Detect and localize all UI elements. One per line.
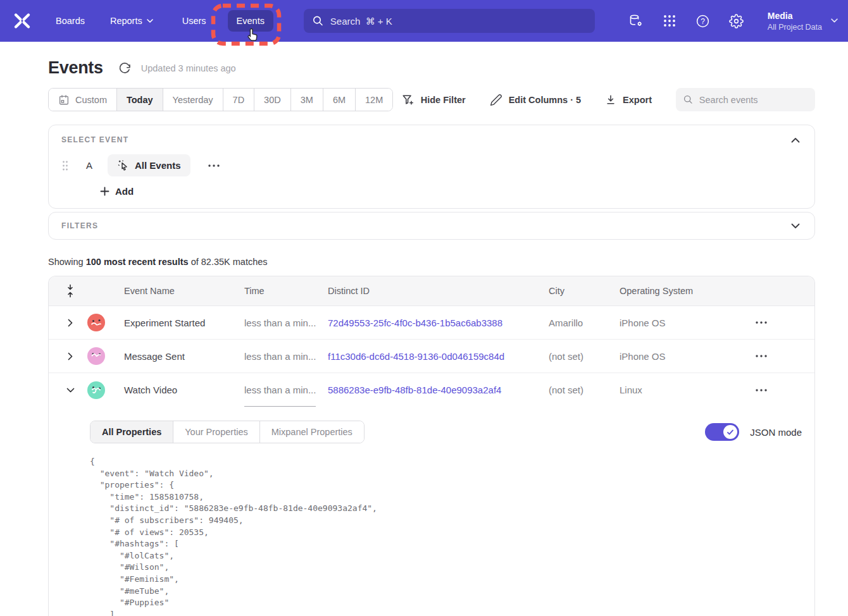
data-management-icon[interactable]	[628, 13, 644, 28]
event-more-button[interactable]	[208, 164, 220, 168]
cell-event-name: Message Sent	[124, 351, 244, 362]
chevron-right-icon	[68, 319, 73, 327]
settings-gear-icon[interactable]	[729, 13, 744, 28]
event-selector-button[interactable]: All Events	[108, 154, 190, 176]
table-row[interactable]: Watch Video less than a min... 5886283e-…	[49, 373, 814, 407]
date-option-label: 12M	[365, 95, 383, 105]
event-avatar-icon	[87, 381, 105, 399]
date-option-label: 6M	[333, 95, 346, 105]
collapse-panel-button[interactable]	[789, 133, 802, 146]
tab-your-properties[interactable]: Your Properties	[173, 421, 259, 443]
calendar-icon	[58, 94, 70, 106]
results-suffix: of 82.35K matches	[191, 257, 268, 267]
cell-city: (not set)	[549, 385, 620, 395]
date-option-yesterday[interactable]: Yesterday	[163, 89, 223, 111]
date-option-today[interactable]: Today	[116, 89, 163, 111]
cell-time: less than a min...	[244, 385, 328, 395]
export-button[interactable]: Export	[605, 94, 652, 106]
cell-os: Linux	[620, 385, 755, 395]
date-option-7d[interactable]: 7D	[223, 89, 254, 111]
cell-os: iPhone OS	[620, 351, 755, 362]
row-more-button[interactable]	[755, 321, 814, 324]
refresh-button[interactable]	[118, 61, 132, 75]
events-search-input[interactable]	[699, 95, 807, 105]
row-more-button[interactable]	[755, 354, 814, 358]
date-option-label: Custom	[75, 95, 107, 105]
date-option-30d[interactable]: 30D	[254, 89, 290, 111]
events-table: Event Name Time Distinct ID City Operati…	[48, 276, 815, 616]
drag-handle-icon[interactable]	[61, 160, 69, 171]
nav-item-reports[interactable]: Reports	[110, 16, 153, 26]
global-search[interactable]	[304, 9, 595, 33]
results-prefix: Showing	[48, 257, 84, 267]
table-row[interactable]: Experiment Started less than a min... 72…	[49, 306, 814, 340]
tab-label: Mixpanel Properties	[271, 427, 352, 437]
nav-item-boards[interactable]: Boards	[56, 16, 85, 26]
add-event-button[interactable]: Add	[100, 186, 134, 197]
page-header: Events Updated 3 minutes ago	[48, 58, 815, 78]
json-mode-label: JSON mode	[750, 427, 802, 438]
events-search[interactable]	[676, 88, 815, 111]
date-option-label: 3M	[301, 95, 313, 105]
cell-distinct-id-link[interactable]: f11c30d6-dc6d-4518-9136-0d046159c84d	[328, 351, 549, 362]
nav-item-users[interactable]: Users	[182, 16, 206, 26]
tab-label: Your Properties	[185, 427, 247, 437]
table-row[interactable]: Message Sent less than a min... f11c30d6…	[49, 340, 814, 373]
event-clause-row: A All Events	[61, 154, 802, 176]
controls-row: Custom Today Yesterday 7D 30D 3M 6M 12M …	[48, 88, 815, 111]
project-scope: All Project Data	[768, 22, 822, 32]
help-icon[interactable]: ?	[695, 13, 711, 28]
toggle-knob	[723, 425, 737, 439]
nav-events-label: Events	[237, 16, 265, 26]
ellipsis-icon	[755, 321, 768, 324]
column-header-os[interactable]: Operating System	[620, 286, 755, 296]
date-option-6m[interactable]: 6M	[323, 89, 355, 111]
table-tools: Hide Filter Edit Columns · 5 Export	[402, 88, 815, 111]
tab-mixpanel-properties[interactable]: Mixpanel Properties	[259, 421, 364, 443]
row-expand-button[interactable]	[59, 319, 82, 327]
date-option-label: Today	[127, 95, 153, 105]
top-navbar: Boards Reports Users Events ?	[0, 0, 848, 42]
tab-all-properties[interactable]: All Properties	[90, 421, 173, 443]
json-mode-toggle[interactable]	[705, 423, 739, 441]
date-option-custom[interactable]: Custom	[49, 89, 116, 111]
global-search-input[interactable]	[330, 16, 586, 27]
date-option-3m[interactable]: 3M	[290, 89, 323, 111]
cell-time: less than a min...	[244, 351, 328, 362]
event-json-viewer: { "event": "Watch Video", "properties": …	[90, 456, 802, 616]
hide-filter-button[interactable]: Hide Filter	[402, 94, 466, 106]
edit-columns-button[interactable]: Edit Columns · 5	[490, 94, 581, 106]
page-title: Events	[48, 58, 103, 78]
hide-filter-label: Hide Filter	[421, 95, 466, 105]
apps-grid-icon[interactable]	[662, 13, 677, 28]
filter-funnel-icon	[402, 94, 415, 106]
event-avatar-icon	[87, 347, 105, 365]
date-option-12m[interactable]: 12M	[355, 89, 392, 111]
mixpanel-logo-icon[interactable]	[13, 12, 32, 30]
column-header-distinct-id[interactable]: Distinct ID	[328, 286, 549, 296]
nav-item-events[interactable]: Events	[228, 10, 273, 32]
cell-distinct-id-link[interactable]: 72d49553-25fc-4f0c-b436-1b5ac6ab3388	[328, 317, 549, 328]
chevron-down-icon	[147, 19, 153, 23]
row-more-button[interactable]	[755, 388, 814, 392]
row-collapse-button[interactable]	[59, 388, 82, 393]
cell-distinct-id-link[interactable]: 5886283e-e9fb-48fb-81de-40e9093a2af4	[328, 385, 549, 395]
ellipsis-icon	[755, 388, 768, 392]
row-expand-button[interactable]	[59, 352, 82, 360]
column-header-event-name[interactable]: Event Name	[124, 286, 244, 296]
collapse-all-button[interactable]	[59, 283, 82, 299]
date-range-picker: Custom Today Yesterday 7D 30D 3M 6M 12M	[48, 88, 393, 111]
column-header-time[interactable]: Time	[244, 286, 328, 296]
date-option-label: 30D	[264, 95, 281, 105]
main-content: Events Updated 3 minutes ago Custom Toda…	[48, 58, 815, 616]
project-switcher[interactable]: Media All Project Data	[768, 10, 838, 32]
column-header-city[interactable]: City	[549, 286, 620, 296]
expand-filters-button[interactable]	[789, 219, 802, 232]
cell-city: Amarillo	[549, 317, 620, 328]
filters-panel: FILTERS	[48, 212, 815, 240]
time-cell-divider	[244, 406, 316, 407]
chevron-down-icon	[791, 223, 800, 229]
add-label: Add	[115, 186, 134, 197]
edit-columns-label: Edit Columns · 5	[509, 95, 581, 105]
chevron-right-icon	[68, 352, 73, 360]
